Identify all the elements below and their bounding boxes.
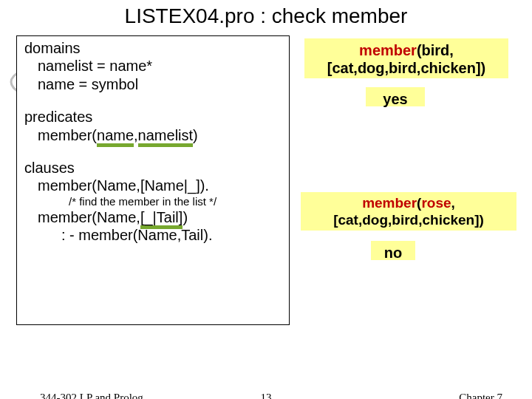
prolog-code-box: domains namelist = name* name = symbol p… (16, 35, 290, 325)
query-2-box: member(rose,[cat,dog,bird,chicken]) (301, 192, 516, 231)
domains-keyword: domains (24, 39, 282, 57)
domains-line-1: namelist = name* (24, 57, 282, 75)
clause-2: member(Name,[_|Tail]) (24, 208, 282, 226)
predicates-keyword: predicates (24, 108, 282, 126)
c2c: ) (183, 209, 188, 225)
query-2-member: member (362, 195, 417, 211)
footer-right: Chapter 7 (459, 392, 502, 399)
pred-close: ) (193, 127, 198, 143)
slide-title: LISTEX04.pro : check member (0, 0, 532, 33)
pred-comma: , (134, 127, 138, 143)
clause-3: : - member(Name,Tail). (24, 226, 282, 244)
pred-name: name (97, 127, 134, 147)
clause-comment: /* find the member in the list */ (24, 195, 282, 208)
domains-line-2: name = symbol (24, 75, 282, 93)
footer-page-number: 13 (0, 392, 532, 399)
answer-2-box: no (371, 241, 415, 260)
pred-a: member( (38, 127, 97, 143)
clauses-keyword: clauses (24, 159, 282, 177)
clause-1: member(Name,[Name|_]). (24, 177, 282, 194)
pred-namelist: namelist (138, 127, 193, 147)
query-1-box: member(bird,[cat,dog,bird,chicken]) (304, 38, 508, 78)
c2a: member(Name, (38, 209, 140, 225)
answer-1-box: yes (366, 87, 425, 106)
predicates-line: member(name,namelist) (24, 126, 282, 144)
query-2-rose: rose (421, 195, 451, 211)
query-1-member: member (359, 42, 417, 58)
